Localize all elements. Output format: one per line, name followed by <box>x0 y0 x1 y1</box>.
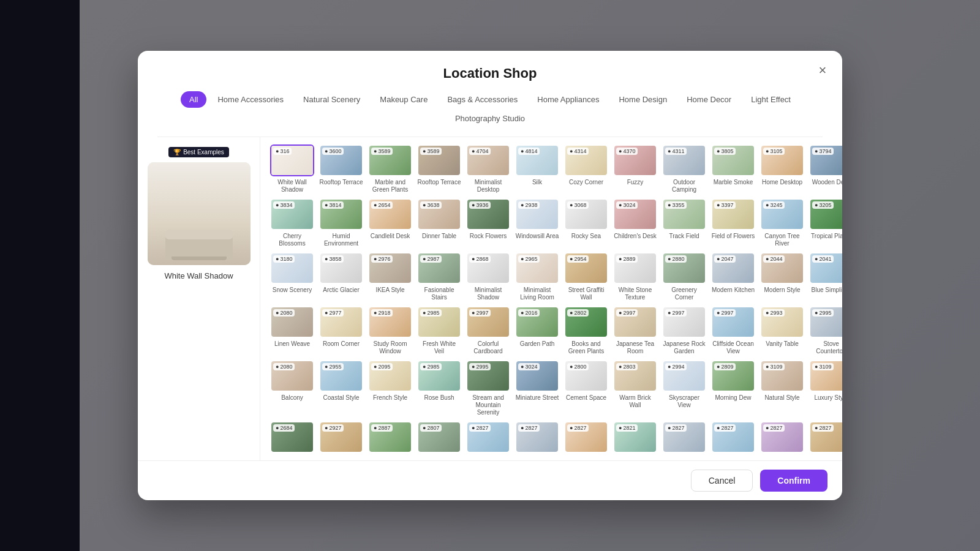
image-grid-panel[interactable]: ●316White Wall Shadow●3600Rooftop Terrac… <box>260 137 842 460</box>
grid-item[interactable]: ●3638Dinner Table <box>417 198 461 247</box>
grid-item[interactable]: ●2927 <box>319 421 363 453</box>
item-label: Coastal Style <box>323 394 360 402</box>
grid-item[interactable]: ●2044Modern Style <box>760 252 804 301</box>
grid-item[interactable]: ●2807 <box>417 421 461 453</box>
grid-item[interactable]: ●3600Rooftop Terrace <box>319 144 363 193</box>
grid-item[interactable]: ●2985Fresh White Veil <box>417 306 461 355</box>
grid-item[interactable]: ●2802Books and Green Plants <box>564 306 608 355</box>
grid-item[interactable]: ●4814Silk <box>515 144 559 193</box>
grid-item[interactable]: ●2977Room Corner <box>319 306 363 355</box>
grid-item[interactable]: ●2016Garden Path <box>515 306 559 355</box>
grid-item[interactable]: ●3180Snow Scenery <box>270 252 314 301</box>
grid-item[interactable]: ●3109Luxury Style <box>809 360 842 416</box>
grid-item[interactable]: ●3858Arctic Glacier <box>319 252 363 301</box>
grid-item[interactable]: ●2995Stove Countertop <box>809 306 842 355</box>
grid-item[interactable]: ●2985Rose Bush <box>417 360 461 416</box>
grid-item[interactable]: ●2827 <box>662 421 706 453</box>
grid-item[interactable]: ●3794Wooden Desk <box>809 144 842 193</box>
grid-item[interactable]: ●4314Cozy Corner <box>564 144 608 193</box>
grid-item[interactable]: ●2821 <box>613 421 657 453</box>
close-button[interactable]: × <box>813 61 832 80</box>
item-label: Blue Simplicity <box>811 287 842 294</box>
grid-item[interactable]: ●2827 <box>809 421 842 453</box>
grid-item[interactable]: ●4704Minimalist Desktop <box>466 144 510 193</box>
tab-bags-accessories[interactable]: Bags & Accessories <box>439 91 526 108</box>
grid-item[interactable]: ●3024Miniature Street <box>515 360 559 416</box>
grid-item[interactable]: ●2827 <box>466 421 510 453</box>
grid-item[interactable]: ●2997Cliffside Ocean View <box>711 306 755 355</box>
grid-item[interactable]: ●2997Japanese Rock Garden <box>662 306 706 355</box>
grid-item[interactable]: ●316White Wall Shadow <box>270 144 314 193</box>
grid-item[interactable]: ●3105Home Desktop <box>760 144 804 193</box>
grid-item[interactable]: ●2987Fasionable Stairs <box>417 252 461 301</box>
grid-item[interactable]: ●2994Skyscraper View <box>662 360 706 416</box>
tab-light-effect[interactable]: Light Effect <box>742 91 799 108</box>
grid-item[interactable]: ●2684 <box>270 421 314 453</box>
grid-item[interactable]: ●2938Windowsill Area <box>515 198 559 247</box>
grid-item[interactable]: ●3068Rocky Sea <box>564 198 608 247</box>
grid-item[interactable]: ●3814Humid Environment <box>319 198 363 247</box>
grid-item[interactable]: ●2887 <box>368 421 412 453</box>
grid-item[interactable]: ●2803Warm Brick Wall <box>613 360 657 416</box>
grid-item[interactable]: ●3589Rooftop Terrace <box>417 144 461 193</box>
grid-item[interactable]: ●4311Outdoor Camping <box>662 144 706 193</box>
preview-label: White Wall Shadow <box>164 271 233 280</box>
tab-all[interactable]: All <box>181 91 206 108</box>
grid-item[interactable]: ●2995Stream and Mountain Serenity <box>466 360 510 416</box>
item-count: ●3245 <box>763 201 785 209</box>
grid-item[interactable]: ●2997Colorful Cardboard <box>466 306 510 355</box>
item-count: ●2977 <box>322 309 344 317</box>
grid-item[interactable]: ●2827 <box>760 421 804 453</box>
grid-item[interactable]: ●2976IKEA Style <box>368 252 412 301</box>
tab-home-accessories[interactable]: Home Accessories <box>209 91 292 108</box>
tab-photography-studio[interactable]: Photography Studio <box>447 110 533 127</box>
grid-item[interactable]: ●3109Natural Style <box>760 360 804 416</box>
item-count: ●2995 <box>469 363 491 370</box>
grid-item[interactable]: ●2809Morning Dew <box>711 360 755 416</box>
item-label: Modern Style <box>764 287 801 294</box>
grid-item[interactable]: ●3245Canyon Tree River <box>760 198 804 247</box>
item-label: Cherry Blossoms <box>270 233 314 247</box>
grid-item[interactable]: ●2080Linen Weave <box>270 306 314 355</box>
item-label: Marble Smoke <box>714 179 753 186</box>
item-label: Japanese Tea Room <box>613 340 657 355</box>
grid-item[interactable]: ●2827 <box>515 421 559 453</box>
grid-item[interactable]: ●3834Cherry Blossoms <box>270 198 314 247</box>
tab-natural-scenery[interactable]: Natural Scenery <box>295 91 369 108</box>
grid-item[interactable]: ●2868Minimalist Shadow <box>466 252 510 301</box>
grid-item[interactable]: ●3205Tropical Plants <box>809 198 842 247</box>
confirm-button[interactable]: Confirm <box>760 470 827 492</box>
item-count: ●3805 <box>714 148 736 155</box>
grid-item[interactable]: ●2095French Style <box>368 360 412 416</box>
item-label: Wooden Desk <box>812 179 842 186</box>
grid-item[interactable]: ●2080Balcony <box>270 360 314 416</box>
grid-item[interactable]: ●3024Children's Desk <box>613 198 657 247</box>
item-count: ●3109 <box>812 363 834 370</box>
grid-item[interactable]: ●3397Field of Flowers <box>711 198 755 247</box>
grid-item[interactable]: ●2889White Stone Texture <box>613 252 657 301</box>
grid-item[interactable]: ●2827 <box>711 421 755 453</box>
tab-home-appliances[interactable]: Home Appliances <box>529 91 608 108</box>
grid-item[interactable]: ●2993Vanity Table <box>760 306 804 355</box>
grid-item[interactable]: ●2955Coastal Style <box>319 360 363 416</box>
grid-item[interactable]: ●2997Japanese Tea Room <box>613 306 657 355</box>
grid-item[interactable]: ●2047Modern Kitchen <box>711 252 755 301</box>
grid-item[interactable]: ●3805Marble Smoke <box>711 144 755 193</box>
grid-item[interactable]: ●3355Track Field <box>662 198 706 247</box>
tab-home-decor[interactable]: Home Decor <box>678 91 740 108</box>
grid-item[interactable]: ●2041Blue Simplicity <box>809 252 842 301</box>
item-count: ●2080 <box>273 309 295 317</box>
grid-item[interactable]: ●2918Study Room Window <box>368 306 412 355</box>
grid-item[interactable]: ●3589Marble and Green Plants <box>368 144 412 193</box>
grid-item[interactable]: ●2654Candlelit Desk <box>368 198 412 247</box>
tab-home-design[interactable]: Home Design <box>610 91 676 108</box>
tab-makeup-care[interactable]: Makeup Care <box>371 91 436 108</box>
grid-item[interactable]: ●2954Street Graffiti Wall <box>564 252 608 301</box>
grid-item[interactable]: ●3936Rock Flowers <box>466 198 510 247</box>
grid-item[interactable]: ●2880Greenery Corner <box>662 252 706 301</box>
grid-item[interactable]: ●4370Fuzzy <box>613 144 657 193</box>
grid-item[interactable]: ●2800Cement Space <box>564 360 608 416</box>
grid-item[interactable]: ●2965Minimalist Living Room <box>515 252 559 301</box>
grid-item[interactable]: ●2827 <box>564 421 608 453</box>
cancel-button[interactable]: Cancel <box>691 470 753 492</box>
